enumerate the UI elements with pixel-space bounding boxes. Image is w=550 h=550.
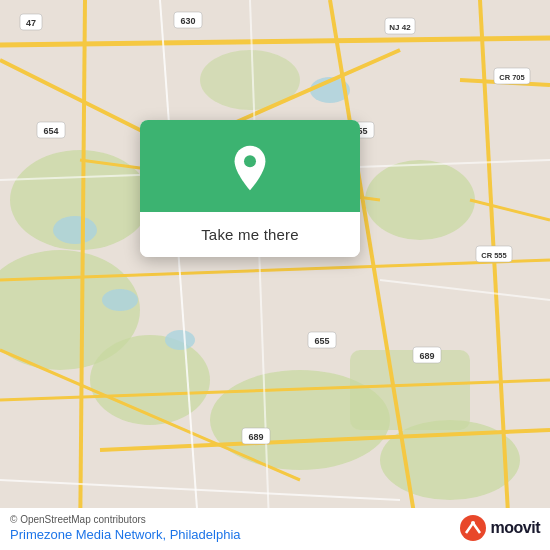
popup-card: Take me there bbox=[140, 120, 360, 257]
svg-point-6 bbox=[365, 160, 475, 240]
svg-point-9 bbox=[53, 216, 97, 244]
attribution-text: © OpenStreetMap contributors bbox=[10, 514, 146, 525]
svg-text:654: 654 bbox=[43, 126, 58, 136]
take-me-there-button[interactable]: Take me there bbox=[140, 212, 360, 257]
map-container: 47 630 NJ 42 CR 705 654 655 CR 555 655 6… bbox=[0, 0, 550, 550]
svg-text:689: 689 bbox=[248, 432, 263, 442]
svg-text:655: 655 bbox=[314, 336, 329, 346]
location-title-text: Primezone Media Network, Philadelphia bbox=[10, 527, 241, 542]
svg-text:CR 705: CR 705 bbox=[499, 73, 524, 82]
map-background: 47 630 NJ 42 CR 705 654 655 CR 555 655 6… bbox=[0, 0, 550, 550]
svg-text:CR 555: CR 555 bbox=[481, 251, 506, 260]
svg-point-10 bbox=[102, 289, 138, 311]
svg-point-52 bbox=[460, 515, 486, 541]
popup-button-label: Take me there bbox=[201, 226, 299, 243]
svg-text:NJ 42: NJ 42 bbox=[389, 23, 411, 32]
svg-text:47: 47 bbox=[26, 18, 36, 28]
moovit-logo: moovit bbox=[459, 514, 540, 542]
svg-point-51 bbox=[244, 155, 256, 167]
popup-green-area bbox=[140, 120, 360, 212]
svg-point-12 bbox=[165, 330, 195, 350]
moovit-icon bbox=[459, 514, 487, 542]
svg-rect-7 bbox=[350, 350, 470, 430]
location-pin-icon bbox=[226, 144, 274, 192]
svg-text:630: 630 bbox=[180, 16, 195, 26]
moovit-text: moovit bbox=[491, 519, 540, 537]
svg-text:689: 689 bbox=[419, 351, 434, 361]
svg-point-3 bbox=[90, 335, 210, 425]
svg-point-53 bbox=[471, 521, 475, 525]
